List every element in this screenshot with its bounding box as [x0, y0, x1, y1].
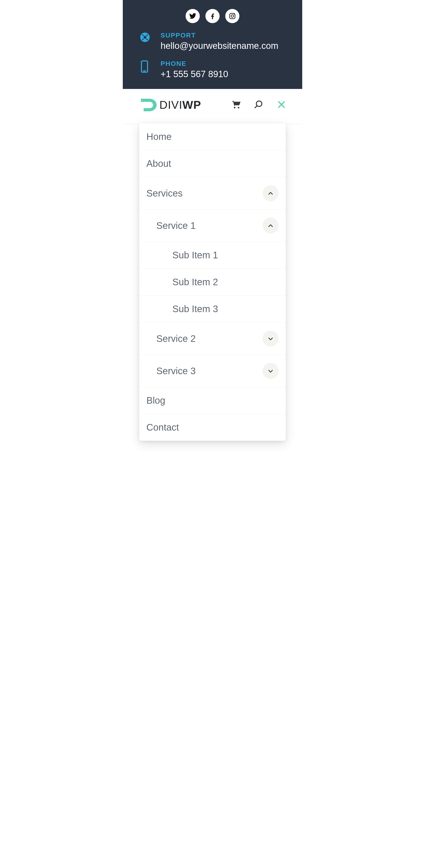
logo[interactable]: DIVIWP: [139, 96, 201, 115]
menu-item-sub-3[interactable]: Sub Item 3: [139, 296, 286, 322]
menu-item-blog[interactable]: Blog: [139, 387, 286, 414]
menu-item-label: Services: [146, 188, 182, 199]
logo-text: DIVIWP: [159, 99, 201, 111]
menu-item-service-1[interactable]: Service 1: [139, 210, 286, 242]
expand-toggle[interactable]: [262, 363, 279, 379]
menu-item-contact[interactable]: Contact: [139, 414, 286, 441]
phone-icon: [139, 60, 161, 73]
phone-number[interactable]: +1 555 567 8910: [161, 69, 286, 80]
support-block: SUPPORT hello@yourwebsitename.com: [139, 30, 286, 52]
chevron-up-icon: [267, 220, 274, 231]
svg-point-2: [234, 14, 234, 14]
svg-point-5: [256, 101, 262, 106]
cart-icon: [232, 100, 241, 110]
mobile-menu: Home About Services Service 1: [139, 123, 286, 441]
menu-item-sub-2[interactable]: Sub Item 2: [139, 269, 286, 296]
svg-line-6: [255, 106, 257, 108]
close-icon: [277, 100, 286, 110]
nav-bar: DIVIWP: [123, 89, 302, 124]
chevron-up-icon: [267, 188, 274, 199]
lifebuoy-icon: [139, 32, 161, 43]
menu-item-sub-1[interactable]: Sub Item 1: [139, 242, 286, 269]
menu-item-label: Service 2: [156, 333, 196, 344]
menu-item-label: Service 1: [156, 220, 196, 231]
page-body: [123, 441, 302, 865]
instagram-icon: [229, 12, 236, 20]
twitter-icon: [189, 12, 196, 20]
chevron-down-icon: [267, 333, 274, 344]
menu-close-button[interactable]: [275, 100, 286, 110]
menu-item-services[interactable]: Services: [139, 177, 286, 210]
social-links: [186, 7, 239, 23]
search-icon: [254, 100, 263, 110]
menu-item-service-3[interactable]: Service 3: [139, 355, 286, 387]
menu-item-about[interactable]: About: [139, 150, 286, 177]
chevron-down-icon: [267, 366, 274, 376]
instagram-link[interactable]: [225, 9, 239, 23]
collapse-toggle[interactable]: [262, 218, 279, 234]
menu-item-home[interactable]: Home: [139, 123, 286, 150]
support-label: SUPPORT: [161, 32, 286, 40]
search-button[interactable]: [254, 100, 263, 110]
menu-item-service-2[interactable]: Service 2: [139, 322, 286, 355]
expand-toggle[interactable]: [262, 331, 279, 347]
collapse-toggle[interactable]: [262, 185, 279, 201]
twitter-link[interactable]: [186, 9, 200, 23]
menu-item-label: Service 3: [156, 366, 196, 376]
facebook-link[interactable]: [205, 9, 220, 23]
logo-mark-icon: [139, 96, 158, 115]
phone-label: PHONE: [161, 60, 286, 69]
top-bar: SUPPORT hello@yourwebsitename.com PHONE …: [123, 0, 302, 89]
phone-block: PHONE +1 555 567 8910: [139, 58, 286, 80]
facebook-icon: [209, 12, 216, 20]
svg-point-1: [231, 15, 234, 18]
cart-button[interactable]: [232, 100, 241, 110]
support-email[interactable]: hello@yourwebsitename.com: [161, 40, 286, 52]
